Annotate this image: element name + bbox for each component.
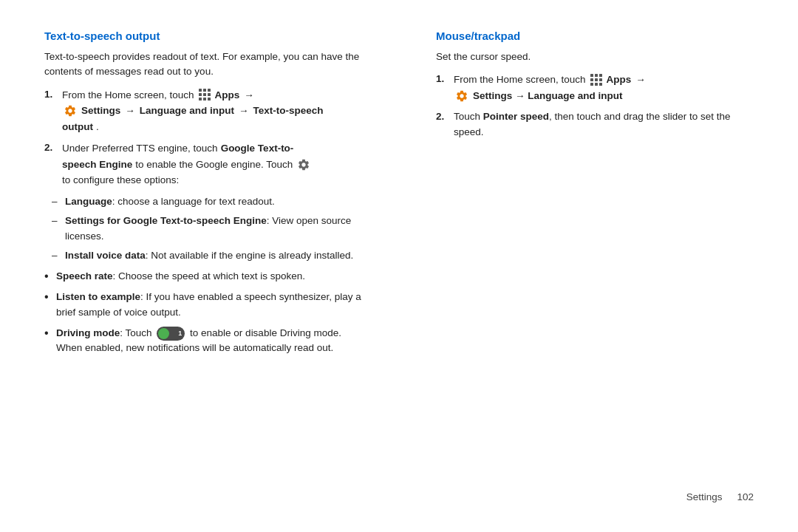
right-step-1-line2: Settings → Language and input [454, 88, 754, 104]
gear-icon-step2 [297, 158, 310, 171]
step-2-google-label: Google Text-to- [221, 140, 294, 157]
step-1-text-before: From the Home screen, touch [62, 87, 194, 103]
step-1-tts-label: Text-to-speech [253, 103, 324, 119]
toggle-switch-icon: 1 [157, 327, 185, 341]
step-1-apps-label: Apps [215, 87, 240, 103]
right-step-2-text-before: Touch [454, 111, 483, 122]
sub-item-2-bold: Settings for Google Text-to-speech Engin… [65, 215, 267, 226]
bullet-3-dot: • [44, 326, 52, 340]
bullet-2-dot: • [44, 290, 52, 304]
step-2-line: Under Preferred TTS engine, touch Google… [62, 140, 362, 157]
apps-grid-icon [199, 89, 211, 100]
sub-item-3-bold: Install voice data [65, 250, 146, 261]
settings-icon-left [64, 104, 77, 117]
step-1-output-label: output [62, 119, 93, 135]
step-2-num: 2. [44, 140, 56, 188]
dash-1: – [52, 194, 61, 209]
step-1-line3: output. [62, 119, 362, 135]
sub-item-2-text: Settings for Google Text-to-speech Engin… [65, 214, 362, 244]
step-2-text-3: to configure these options: [62, 172, 179, 188]
sub-item-1-bold: Language [65, 196, 112, 207]
step-2-line2: speech Engine to enable the Google engin… [62, 157, 362, 173]
step-1-line: From the Home screen, touch Apps → [62, 87, 362, 103]
sub-item-3-text: Install voice data: Not available if the… [65, 248, 353, 263]
right-step-1-num: 1. [436, 72, 448, 103]
right-step-1: 1. From the Home screen, touch Apps → [436, 72, 754, 103]
left-column: Text-to-speech output Text-to-speech pro… [44, 30, 377, 484]
left-intro: Text-to-speech provides readout of text.… [44, 50, 362, 80]
right-column: Mouse/trackpad Set the cursor speed. 1. … [421, 30, 754, 484]
step-2-content: Under Preferred TTS engine, touch Google… [62, 140, 362, 188]
bullet-1-text: Speech rate: Choose the speed at which t… [56, 269, 305, 284]
step-1-num: 1. [44, 87, 56, 135]
sub-item-3: – Install voice data: Not available if t… [52, 248, 362, 263]
step-1-period: . [96, 119, 99, 135]
right-step-1-arrow: → [635, 72, 646, 88]
bullet-item-3: • Driving mode: Touch 1 to enable or dis… [44, 326, 362, 356]
step-1-arrow-3: → [239, 103, 249, 119]
settings-icon-right [455, 89, 468, 103]
sub-list: – Language: choose a language for text r… [44, 194, 362, 263]
left-step-1: 1. From the Home screen, touch Apps → [44, 87, 362, 135]
right-step-1-apps-label: Apps [607, 72, 632, 88]
step-2-line3: to configure these options: [62, 172, 362, 188]
right-step-1-text-before: From the Home screen, touch [454, 72, 586, 88]
page-container: Text-to-speech output Text-to-speech pro… [0, 0, 798, 532]
right-step-1-settings-path: Settings → Language and input [473, 88, 623, 104]
dash-3: – [52, 248, 61, 263]
bullet-1-bold: Speech rate [56, 270, 113, 282]
footer: Settings 102 [44, 484, 754, 502]
bullet-item-2: • Listen to example: If you have enabled… [44, 290, 362, 320]
right-intro: Set the cursor speed. [436, 50, 754, 64]
step-1-settings-label: Settings [81, 103, 120, 119]
toggle-knob [158, 328, 169, 339]
step-2-speech-label: speech Engine [62, 157, 132, 173]
right-step-2-content: Touch Pointer speed, then touch and drag… [454, 109, 754, 140]
bullet-item-1: • Speech rate: Choose the speed at which… [44, 269, 362, 284]
sub-item-1-text: Language: choose a language for text rea… [65, 194, 275, 209]
right-step-2: 2. Touch Pointer speed, then touch and d… [436, 109, 754, 140]
toggle-number: 1 [178, 329, 182, 339]
left-section-title: Text-to-speech output [44, 30, 362, 42]
apps-grid-icon-right [590, 74, 602, 86]
bullet-1-dot: • [44, 269, 52, 283]
right-step-2-num: 2. [436, 109, 448, 140]
step-1-line2: Settings → Language and input → Text-to-… [62, 103, 362, 119]
step-1-content: From the Home screen, touch Apps → [62, 87, 362, 135]
right-step-2-bold: Pointer speed [483, 111, 549, 122]
sub-item-2: – Settings for Google Text-to-speech Eng… [52, 214, 362, 244]
footer-page: 102 [737, 491, 754, 502]
bullet-2-bold: Listen to example [56, 291, 140, 302]
step-1-arrow-1: → [244, 87, 254, 103]
right-step-1-content: From the Home screen, touch Apps → [454, 72, 754, 103]
bullet-2-text: Listen to example: If you have enabled a… [56, 290, 362, 320]
bullet-3-content: Driving mode: Touch 1 to enable or disab… [56, 326, 362, 356]
step-2-text-1: Under Preferred TTS engine, touch [62, 140, 218, 157]
dash-2: – [52, 214, 61, 244]
footer-section: Settings [686, 491, 723, 502]
step-1-arrow-2: → [125, 103, 135, 119]
content-area: Text-to-speech output Text-to-speech pro… [44, 30, 754, 484]
step-2-text-2: to enable the Google engine. Touch [135, 157, 293, 173]
right-step-1-line1: From the Home screen, touch Apps → [454, 72, 754, 88]
right-section-title: Mouse/trackpad [436, 30, 754, 42]
bullet-list: • Speech rate: Choose the speed at which… [44, 269, 362, 355]
left-step-2: 2. Under Preferred TTS engine, touch Goo… [44, 140, 362, 188]
step-1-lang-label: Language and input [140, 103, 234, 119]
sub-item-1: – Language: choose a language for text r… [52, 194, 362, 209]
bullet-3-bold: Driving mode [56, 327, 120, 338]
